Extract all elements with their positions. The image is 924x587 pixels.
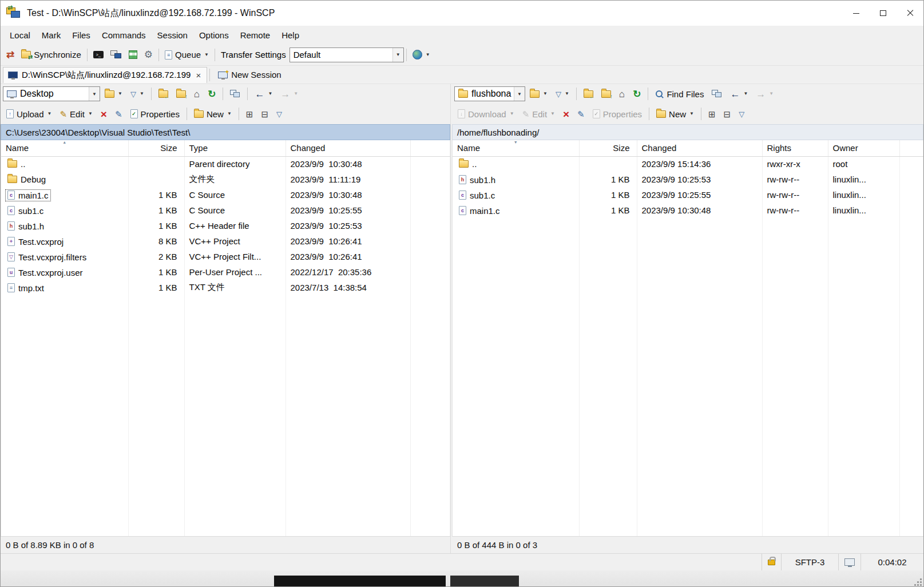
file-row[interactable]: uTest.vcxproj.user1 KBPer-User Project .… — [1, 264, 450, 280]
remote-col-rights[interactable]: Rights — [762, 140, 828, 156]
selected-file[interactable]: cmain1.c — [6, 190, 50, 201]
download-button[interactable]: ↓ Download ▼ — [454, 106, 518, 122]
file-row[interactable]: cmain1.c1 KBC Source2023/9/9 10:30:48 — [1, 187, 450, 203]
file-row[interactable]: csub1.c1 KBC Source2023/9/9 10:25:55 — [1, 203, 450, 218]
local-col-size[interactable]: Size — [128, 140, 184, 156]
tab-session-active[interactable]: D:\WinSCP\站点/linuxlinzd@192.168.72.199 × — [3, 67, 207, 83]
local-new-button[interactable]: New ▼ — [191, 106, 235, 122]
menu-files[interactable]: Files — [66, 27, 96, 43]
menu-session[interactable]: Session — [152, 27, 193, 43]
file-entry[interactable]: hsub1.h — [457, 174, 497, 185]
connection-status[interactable] — [838, 554, 860, 570]
remote-forward-button[interactable]: →▼ — [752, 86, 777, 102]
menu-local[interactable]: Local — [4, 27, 36, 43]
remote-go-to-other-panel-dir-button[interactable]: ← — [580, 86, 597, 102]
remote-delete-button[interactable]: × — [560, 106, 573, 122]
local-open-directory-button[interactable]: ▼ — [101, 86, 126, 102]
file-row[interactable]: csub1.c1 KB2023/9/9 10:25:55rw-rw-r--lin… — [453, 187, 923, 203]
local-col-changed[interactable]: Changed — [285, 140, 410, 156]
menu-help[interactable]: Help — [276, 27, 305, 43]
queue-button[interactable]: ≡ Queue ▼ — [161, 47, 212, 63]
chevron-down-icon[interactable]: ▼ — [89, 87, 100, 101]
file-entry[interactable]: .. — [457, 158, 478, 169]
local-forward-button[interactable]: →▼ — [277, 86, 302, 102]
remote-edit-button[interactable]: ✎ Edit ▼ — [519, 106, 558, 122]
local-col-name[interactable]: ▲Name — [1, 140, 128, 156]
local-refresh-button[interactable]: ↻ — [204, 86, 219, 102]
menu-mark[interactable]: Mark — [36, 27, 66, 43]
file-entry[interactable]: hsub1.h — [6, 221, 46, 232]
local-path-bar[interactable]: C:\Users\23004\Desktop\Visual Studio\Tes… — [1, 124, 450, 140]
local-delete-button[interactable]: × — [97, 106, 110, 122]
file-row[interactable]: ▽Test.vcxproj.filters2 KBVC++ Project Fi… — [1, 249, 450, 264]
minimize-button[interactable] — [843, 1, 870, 26]
file-row[interactable]: +Test.vcxproj8 KBVC++ Project2023/9/9 10… — [1, 233, 450, 249]
local-select-button[interactable]: ⊞ — [243, 106, 257, 122]
remote-col-name[interactable]: ▼Name — [453, 140, 579, 156]
remote-home-button[interactable]: ⌂ — [616, 86, 628, 102]
menu-commands[interactable]: Commands — [96, 27, 152, 43]
file-entry[interactable]: +Test.vcxproj — [6, 236, 65, 247]
upload-button[interactable]: ↑ Upload ▼ — [3, 106, 55, 122]
remote-open-directory-button[interactable]: ▼ — [526, 86, 551, 102]
file-entry[interactable]: ≡tmp.txt — [6, 283, 46, 294]
local-parent-directory-button[interactable]: ↑ — [173, 86, 189, 102]
local-properties-button[interactable]: ✓ Properties — [127, 106, 183, 122]
file-entry[interactable]: csub1.c — [6, 205, 45, 216]
remote-back-button[interactable]: ←▼ — [727, 86, 751, 102]
file-row[interactable]: hsub1.h1 KBC++ Header file2023/9/9 10:25… — [1, 218, 450, 233]
tab-new-session[interactable]: ✦ New Session — [212, 67, 287, 83]
file-entry[interactable]: .. — [6, 158, 27, 169]
local-rename-button[interactable]: ✎ — [112, 106, 126, 122]
menu-remote[interactable]: Remote — [235, 27, 276, 43]
remote-new-button[interactable]: New ▼ — [653, 106, 697, 122]
local-back-button[interactable]: ←▼ — [251, 86, 276, 102]
close-button[interactable] — [897, 1, 923, 26]
preferences-button[interactable]: ⚙ — [141, 47, 156, 63]
local-copy-panel-button[interactable] — [227, 86, 244, 102]
remote-properties-button[interactable]: ✓ Properties — [589, 106, 645, 122]
file-row[interactable]: cmain1.c1 KB2023/9/9 10:30:48rw-rw-r--li… — [453, 203, 923, 218]
file-row[interactable]: Debug文件夹2023/9/9 11:11:19 — [1, 172, 450, 187]
local-col-type[interactable]: Type — [184, 140, 285, 156]
maximize-button[interactable] — [870, 1, 897, 26]
remote-copy-panel-button[interactable] — [708, 86, 725, 102]
file-entry[interactable]: cmain1.c — [457, 205, 502, 216]
remote-path-bar[interactable]: /home/flushbonading/ — [452, 124, 923, 140]
local-drive-select[interactable]: Desktop ▼ — [3, 86, 100, 101]
local-filter-button[interactable]: ▽▼ — [127, 86, 148, 102]
remote-rename-button[interactable]: ✎ — [574, 106, 588, 122]
remote-col-owner[interactable]: Owner — [828, 140, 899, 156]
open-session-in-putty-button[interactable] — [107, 47, 125, 63]
remote-unselect-button[interactable]: ⊟ — [720, 106, 735, 122]
remote-col-size[interactable]: Size — [579, 140, 637, 156]
local-unselect-button[interactable]: ⊟ — [257, 106, 272, 122]
tab-close-icon[interactable]: × — [195, 70, 202, 80]
remote-col-changed[interactable]: Changed — [637, 140, 762, 156]
transfer-settings-select[interactable]: Default ▼ — [290, 47, 404, 62]
local-go-to-other-panel-dir-button[interactable]: ← — [155, 86, 172, 102]
remote-selection-filter-button[interactable]: ▽ — [735, 106, 748, 122]
background-transfers-button[interactable] — [125, 47, 141, 63]
file-entry[interactable]: Debug — [6, 174, 47, 185]
remote-refresh-button[interactable]: ↻ — [629, 86, 644, 102]
protocol-status[interactable]: SFTP-3 — [781, 554, 838, 570]
local-home-button[interactable]: ⌂ — [191, 86, 203, 102]
file-row[interactable]: ≡tmp.txt1 KBTXT 文件2023/7/13 14:38:54 — [1, 280, 450, 295]
file-entry[interactable]: csub1.c — [457, 190, 497, 201]
remote-filter-button[interactable]: ▽▼ — [552, 86, 573, 102]
resize-grip[interactable] — [914, 578, 922, 586]
synchronize-button[interactable]: ⇄ Synchronize — [18, 47, 85, 63]
remote-drive-select[interactable]: flushbona ▼ — [454, 86, 525, 101]
local-edit-button[interactable]: ✎ Edit ▼ — [56, 106, 96, 122]
file-entry[interactable]: uTest.vcxproj.user — [6, 267, 85, 278]
file-entry[interactable]: ▽Test.vcxproj.filters — [6, 252, 88, 263]
synchronize-browsing-button[interactable]: ⇄ — [3, 47, 18, 63]
encryption-status[interactable] — [762, 554, 781, 570]
chevron-down-icon[interactable]: ▼ — [514, 87, 525, 101]
file-row[interactable]: ..Parent directory2023/9/9 10:30:48 — [1, 156, 450, 172]
local-selection-filter-button[interactable]: ▽ — [273, 106, 285, 122]
menu-options[interactable]: Options — [193, 27, 235, 43]
find-files-button[interactable]: Find Files — [652, 86, 707, 102]
file-row[interactable]: hsub1.h1 KB2023/9/9 10:25:53rw-rw-r--lin… — [453, 172, 923, 187]
